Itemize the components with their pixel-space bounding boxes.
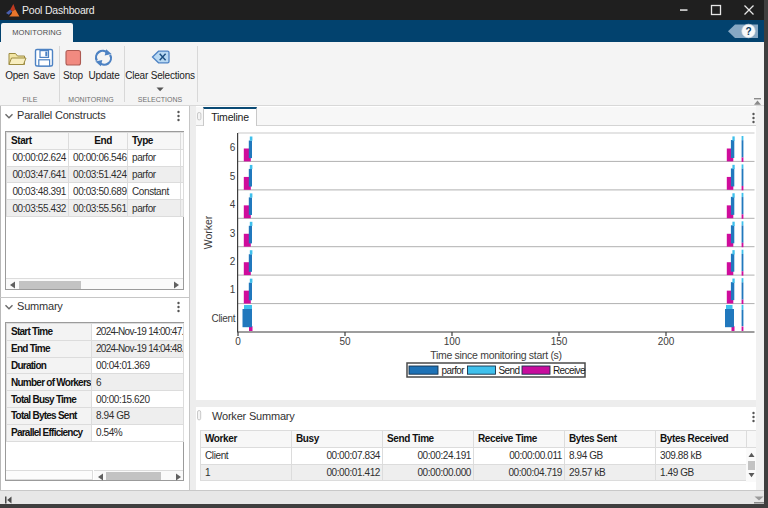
svg-text:6: 6: [230, 142, 236, 153]
svg-text:Send: Send: [499, 365, 520, 376]
svg-text:?: ?: [745, 26, 751, 37]
svg-text:Receive: Receive: [553, 365, 586, 376]
svg-text:50: 50: [339, 336, 351, 347]
svg-text:200: 200: [658, 336, 675, 347]
svg-text:parfor: parfor: [442, 365, 466, 376]
svg-text:0: 0: [235, 336, 241, 347]
svg-text:4: 4: [230, 199, 236, 210]
svg-text:3: 3: [230, 228, 236, 239]
svg-text:2: 2: [230, 256, 236, 267]
svg-text:Worker: Worker: [202, 215, 214, 249]
svg-text:5: 5: [230, 171, 236, 182]
svg-text:Client: Client: [212, 313, 236, 324]
svg-text:150: 150: [551, 336, 568, 347]
svg-text:Time since monitoring start (s: Time since monitoring start (s): [430, 349, 562, 361]
svg-text:1: 1: [230, 284, 236, 295]
svg-text:100: 100: [444, 336, 461, 347]
